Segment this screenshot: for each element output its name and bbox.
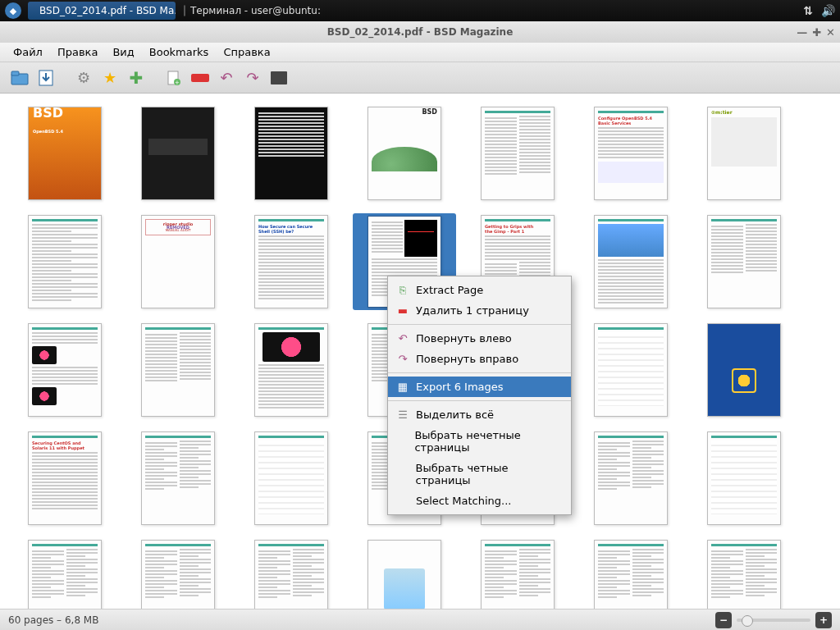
context-menu: ⎘Extract Page ▬Удалить 1 страницу ↶Повер… — [387, 276, 572, 515]
menu-edit[interactable]: Правка — [51, 43, 104, 61]
ctx-select-even[interactable]: Выбрать четные страницы — [388, 458, 571, 491]
page-preview — [254, 540, 328, 609]
page-thumb[interactable] — [126, 322, 230, 418]
network-icon[interactable]: ⇅ — [803, 4, 813, 17]
new-page-button[interactable]: + — [162, 66, 185, 89]
page-thumb[interactable]: Securing CentOS andSolaris 11 with Puppe… — [13, 430, 116, 527]
page-thumb[interactable]: ripper studioREMOVEDMANUAL AUDIT — [126, 213, 230, 310]
page-thumb[interactable] — [353, 538, 456, 609]
page-thumb[interactable] — [13, 322, 116, 418]
taskbar-label: BSD_02_2014.pdf - BSD Ma... — [39, 5, 176, 16]
svg-text:+: + — [175, 80, 180, 86]
page-thumb[interactable] — [126, 538, 230, 609]
page-thumb[interactable] — [692, 213, 796, 310]
page-preview — [254, 431, 328, 525]
page-preview: BSD — [368, 107, 441, 200]
page-preview — [707, 323, 781, 417]
zoom-out-button[interactable]: − — [715, 612, 732, 628]
xfce-menu-icon[interactable] — [5, 2, 21, 19]
page-preview — [28, 215, 102, 308]
page-thumb[interactable] — [13, 538, 116, 609]
page-preview — [594, 215, 668, 308]
delete-button[interactable] — [189, 66, 212, 89]
page-preview: ⊙m:tier — [707, 107, 781, 200]
page-thumb[interactable] — [692, 322, 796, 418]
menu-bookmarks[interactable]: Bookmarks — [143, 43, 216, 61]
page-thumb[interactable] — [13, 213, 116, 310]
ctx-extract-page[interactable]: ⎘Extract Page — [388, 280, 571, 300]
page-thumb[interactable] — [240, 538, 343, 609]
page-preview — [254, 107, 328, 200]
bookmark-button[interactable]: ★ — [98, 66, 121, 89]
page-thumb[interactable] — [466, 538, 569, 609]
page-thumb[interactable] — [579, 538, 682, 609]
page-thumb[interactable] — [579, 430, 682, 527]
window-title: BSD_02_2014.pdf - BSD Magazine — [327, 26, 514, 38]
export-button[interactable] — [267, 66, 290, 89]
page-thumb[interactable]: How Secure can SecureShell (SSH) be? — [240, 213, 343, 310]
page-thumb[interactable] — [579, 322, 682, 418]
volume-icon[interactable]: 🔊 — [821, 4, 835, 17]
taskbar-item-terminal[interactable]: Терминал - user@ubuntu: ~ — [177, 2, 325, 20]
menu-view[interactable]: Вид — [106, 43, 140, 61]
page-preview — [481, 107, 555, 200]
ctx-select-all[interactable]: ☰Выделить всё — [388, 404, 571, 425]
svg-rect-7 — [271, 71, 287, 84]
page-preview: Securing CentOS andSolaris 11 with Puppe… — [28, 431, 102, 525]
zoom-slider[interactable] — [737, 619, 810, 622]
svg-rect-6 — [191, 74, 209, 82]
titlebar[interactable]: BSD_02_2014.pdf - BSD Magazine — ✚ ✕ — [0, 21, 840, 43]
page-thumb[interactable] — [126, 430, 230, 527]
page-preview — [141, 540, 215, 609]
page-preview: BSDOpenBSD 5.4 — [28, 107, 102, 200]
toolbar: ⚙ ★ ✚ + ↶ ↷ — [0, 62, 840, 94]
menu-help[interactable]: Справка — [217, 43, 276, 61]
menubar: Файл Правка Вид Bookmarks Справка — [0, 43, 840, 62]
ctx-delete-page[interactable]: ▬Удалить 1 страницу — [388, 300, 571, 321]
ctx-select-matching[interactable]: Select Matching... — [388, 491, 571, 511]
maximize-button[interactable]: ✚ — [812, 26, 821, 39]
zoom-in-button[interactable]: + — [815, 612, 832, 628]
page-thumb[interactable] — [240, 322, 343, 418]
save-button[interactable] — [34, 66, 57, 89]
page-thumb[interactable] — [126, 105, 230, 202]
taskbar-label: Терминал - user@ubuntu: ~ — [190, 5, 325, 16]
page-thumb[interactable]: BSDOpenBSD 5.4 — [13, 105, 116, 202]
page-preview: How Secure can SecureShell (SSH) be? — [254, 215, 328, 308]
page-thumb[interactable] — [240, 430, 343, 527]
ctx-rotate-left[interactable]: ↶Повернуть влево — [388, 328, 571, 349]
page-preview: ripper studioREMOVEDMANUAL AUDIT — [141, 215, 215, 308]
page-thumb[interactable] — [692, 538, 796, 609]
page-thumb[interactable]: Configure OpenBSD 5.4Basic Services — [579, 105, 682, 202]
taskbar-item-pdf[interactable]: BSD_02_2014.pdf - BSD Ma... — [28, 2, 176, 20]
minimize-button[interactable]: — — [797, 26, 807, 39]
page-preview — [141, 107, 215, 200]
page-preview — [141, 431, 215, 525]
settings-button[interactable]: ⚙ — [72, 66, 95, 89]
menu-file[interactable]: Файл — [7, 43, 49, 61]
page-thumb[interactable] — [579, 213, 682, 310]
page-thumb[interactable] — [692, 430, 796, 527]
page-thumb[interactable]: BSD — [353, 105, 456, 202]
delete-icon: ▬ — [396, 304, 409, 317]
ctx-select-odd[interactable]: Выбрать нечетные страницы — [388, 425, 571, 458]
open-button[interactable] — [8, 66, 31, 89]
rotate-right-button[interactable]: ↷ — [241, 66, 264, 89]
statusbar: 60 pages – 6,8 MB − + — [0, 609, 840, 630]
svg-rect-1 — [11, 71, 19, 75]
add-button[interactable]: ✚ — [125, 66, 148, 89]
page-preview — [594, 540, 668, 609]
page-preview — [594, 323, 668, 417]
ctx-export-images[interactable]: ▦Export 6 Images — [388, 377, 571, 397]
page-thumb[interactable] — [466, 105, 569, 202]
page-preview — [254, 323, 328, 417]
status-text: 60 pages – 6,8 MB — [8, 614, 98, 626]
page-thumb[interactable]: ⊙m:tier — [692, 105, 796, 202]
rotate-left-button[interactable]: ↶ — [215, 66, 238, 89]
page-preview — [141, 323, 215, 417]
page-preview — [707, 215, 781, 308]
page-thumb[interactable] — [240, 105, 343, 202]
close-button[interactable]: ✕ — [826, 26, 835, 39]
ctx-rotate-right[interactable]: ↷Повернуть вправо — [388, 349, 571, 369]
page-preview: Configure OpenBSD 5.4Basic Services — [594, 107, 668, 200]
